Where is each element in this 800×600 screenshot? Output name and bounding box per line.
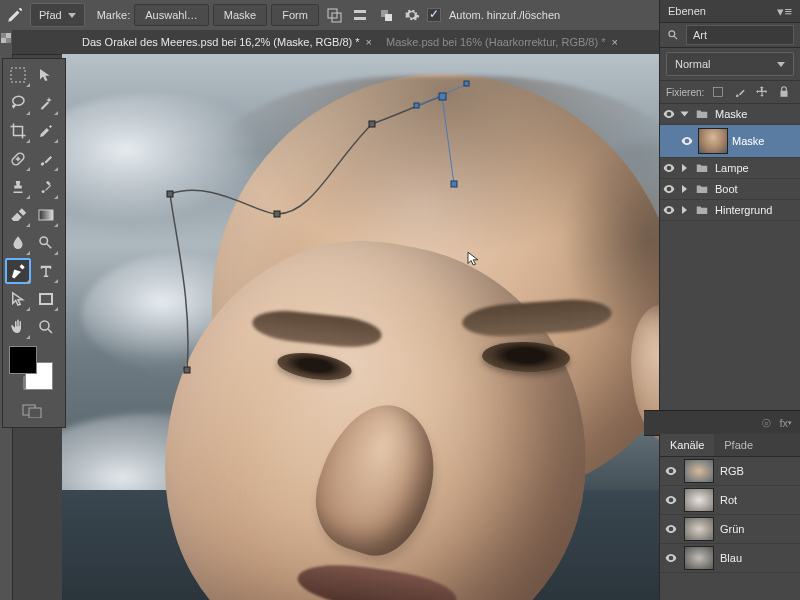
lock-brush-icon[interactable] — [732, 85, 748, 99]
layer-group-boot[interactable]: Boot — [660, 179, 800, 200]
layer-group-hintergrund[interactable]: Hintergrund — [660, 200, 800, 221]
auto-checkbox[interactable] — [427, 8, 441, 22]
lock-row: Fixieren: — [660, 81, 800, 104]
gear-icon[interactable] — [401, 4, 423, 26]
search-icon[interactable] — [666, 28, 680, 42]
visibility-icon[interactable] — [680, 134, 694, 148]
layer-filter-row: Art — [660, 23, 800, 48]
pathop-combine-icon[interactable] — [323, 4, 345, 26]
disclosure-icon[interactable] — [682, 206, 687, 214]
channel-rot[interactable]: Rot — [660, 486, 800, 515]
screenmode-toggle[interactable] — [5, 398, 59, 424]
disclosure-icon[interactable] — [681, 112, 689, 117]
eraser-tool[interactable] — [5, 202, 31, 228]
visibility-icon[interactable] — [664, 551, 678, 565]
svg-rect-3 — [354, 17, 366, 20]
crop-tool[interactable] — [5, 118, 31, 144]
mode-value: Pfad — [39, 9, 62, 21]
folder-icon — [693, 161, 711, 175]
move-tool[interactable] — [33, 62, 59, 88]
channel-grun[interactable]: Grün — [660, 515, 800, 544]
visibility-icon[interactable] — [662, 182, 676, 196]
portrait — [182, 54, 660, 600]
lock-all-icon[interactable] — [776, 85, 792, 99]
selection-button[interactable]: Auswahl… — [134, 4, 209, 26]
visibility-icon[interactable] — [662, 203, 676, 217]
lock-move-icon[interactable] — [754, 85, 770, 99]
mark-label: Marke: — [97, 9, 131, 21]
visibility-icon[interactable] — [664, 493, 678, 507]
canvas[interactable] — [62, 54, 660, 600]
document-tab-bar: Das Orakel des Meeres.psd bei 16,2% (Mas… — [12, 30, 660, 55]
doc-tab-1[interactable]: Das Orakel des Meeres.psd bei 16,2% (Mas… — [82, 36, 372, 48]
svg-rect-8 — [39, 210, 53, 220]
visibility-icon[interactable] — [662, 161, 676, 175]
svg-point-11 — [40, 321, 49, 330]
panel-menu-icon[interactable]: ▾≡ — [777, 4, 792, 19]
channel-blau[interactable]: Blau — [660, 544, 800, 573]
zoom-tool[interactable] — [33, 314, 59, 340]
layer-group-lampe[interactable]: Lampe — [660, 158, 800, 179]
cursor-arrow — [465, 249, 483, 271]
doc-tab-2[interactable]: Maske.psd bei 16% (Haarkorrektur, RGB/8)… — [386, 36, 618, 48]
folder-icon — [693, 182, 711, 196]
close-icon[interactable]: × — [366, 36, 372, 48]
hand-tool[interactable] — [5, 314, 31, 340]
svg-point-9 — [40, 237, 48, 245]
channels-panel: Kanäle Pfade RGB Rot Grün Blau — [659, 434, 800, 600]
svg-rect-10 — [40, 294, 52, 304]
shape-button[interactable]: Form — [271, 4, 319, 26]
svg-rect-5 — [385, 14, 392, 21]
rectangle-tool[interactable] — [33, 286, 59, 312]
visibility-icon[interactable] — [662, 107, 676, 121]
gradient-tool[interactable] — [33, 202, 59, 228]
lasso-tool[interactable] — [5, 90, 31, 116]
paths-tab[interactable]: Pfade — [714, 434, 763, 456]
pathop-align-icon[interactable] — [349, 4, 371, 26]
svg-rect-6 — [11, 68, 25, 82]
folder-icon — [693, 107, 711, 121]
visibility-icon[interactable] — [664, 464, 678, 478]
stamp-tool[interactable] — [5, 174, 31, 200]
path-select-tool[interactable] — [5, 286, 31, 312]
disclosure-icon[interactable] — [682, 164, 687, 172]
wand-tool[interactable] — [33, 90, 59, 116]
pen-tool[interactable] — [5, 258, 31, 284]
svg-rect-15 — [29, 408, 41, 418]
blend-mode-dropdown[interactable]: Normal — [666, 52, 794, 76]
history-brush-tool[interactable] — [33, 174, 59, 200]
fx-icon[interactable]: fx▾ — [779, 417, 792, 429]
layer-footer-icons: ⦾ fx▾ — [644, 410, 800, 436]
layer-thumb — [698, 128, 728, 154]
filter-dropdown[interactable]: Art — [686, 25, 794, 45]
blur-tool[interactable] — [5, 230, 31, 256]
auto-label: Autom. hinzuf./löschen — [449, 9, 560, 21]
svg-rect-27 — [714, 87, 723, 96]
visibility-icon[interactable] — [664, 522, 678, 536]
disclosure-icon[interactable] — [682, 185, 687, 193]
brush-tool[interactable] — [33, 146, 59, 172]
svg-point-26 — [669, 31, 675, 37]
lock-pixels-icon[interactable] — [710, 85, 726, 99]
pen-tool-indicator — [4, 4, 26, 26]
folder-icon — [693, 203, 711, 217]
svg-rect-2 — [354, 10, 366, 13]
marquee-tool[interactable] — [5, 62, 31, 88]
layer-group-maske[interactable]: Maske — [660, 104, 800, 125]
pathop-arrange-icon[interactable] — [375, 4, 397, 26]
type-tool[interactable] — [33, 258, 59, 284]
dodge-tool[interactable] — [33, 230, 59, 256]
close-icon[interactable]: × — [611, 36, 617, 48]
layer-maske[interactable]: Maske — [660, 125, 800, 158]
layers-tab[interactable]: Ebenen▾≡ — [660, 0, 800, 23]
link-icon[interactable]: ⦾ — [762, 417, 771, 430]
mode-dropdown[interactable]: Pfad — [30, 3, 85, 27]
color-swatches[interactable] — [5, 342, 59, 384]
channels-tab[interactable]: Kanäle — [660, 434, 714, 456]
mask-button[interactable]: Maske — [213, 4, 267, 26]
tool-panel — [2, 58, 66, 428]
heal-tool[interactable] — [5, 146, 31, 172]
channel-rgb[interactable]: RGB — [660, 457, 800, 486]
eyedropper-tool[interactable] — [33, 118, 59, 144]
